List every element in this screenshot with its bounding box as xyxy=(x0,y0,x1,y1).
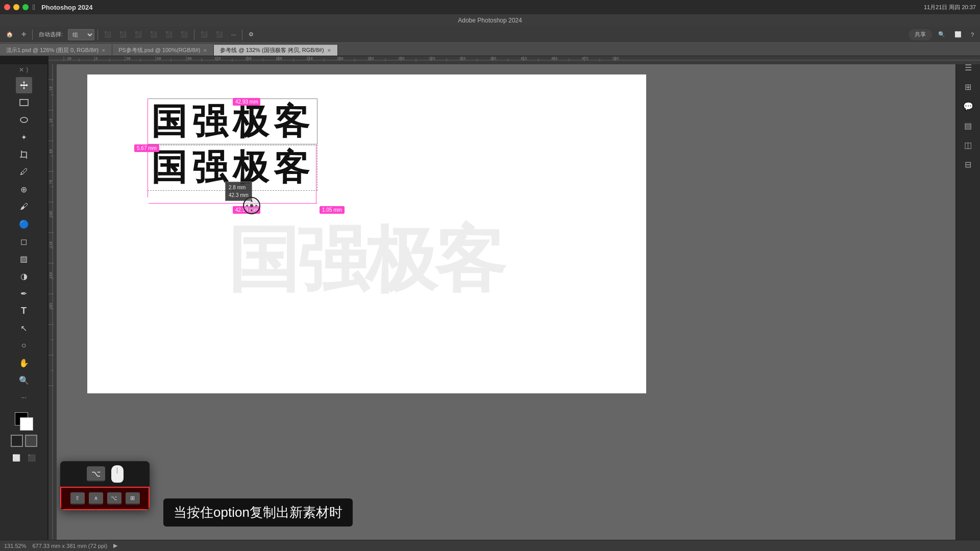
svg-text:120: 120 xyxy=(214,57,221,61)
char-2-2: 强 xyxy=(189,146,230,189)
tool-select-rect[interactable] xyxy=(16,94,32,111)
ps-options-bar: 🏠 ✛ 自动选择: 组 图层 ⬛ ⬛ ⬛ ⬛ ⬛ ⬛ ⬛ ⬛ ··· ⚙ 共享 … xyxy=(0,27,980,43)
quick-mask-btn[interactable] xyxy=(25,435,37,447)
panel-collapse-btn[interactable]: ✕ xyxy=(19,66,24,73)
svg-text:475: 475 xyxy=(582,57,589,61)
macos-menu: Photoshop 2024 xyxy=(41,4,182,11)
svg-text:180: 180 xyxy=(276,57,282,61)
svg-text:160: 160 xyxy=(49,272,53,279)
minimize-button[interactable] xyxy=(13,4,19,10)
tool-text[interactable]: T xyxy=(16,303,32,319)
tab-2[interactable]: PS参考线.psd @ 100%(RGB/8#) ✕ xyxy=(112,44,214,56)
panel-expand-btn[interactable]: ⟩ xyxy=(26,66,29,73)
settings-opt[interactable]: ⚙ xyxy=(246,29,257,40)
svg-text:70: 70 xyxy=(49,180,53,184)
char-1-3: 极 xyxy=(230,100,271,143)
auto-select-dropdown[interactable]: 组 图层 xyxy=(68,29,94,40)
home-button[interactable]: 🏠 xyxy=(3,29,16,40)
tab-2-close[interactable]: ✕ xyxy=(203,48,207,53)
background-color[interactable] xyxy=(20,417,33,431)
status-arrow[interactable]: ▶ xyxy=(113,542,117,549)
tool-lasso[interactable] xyxy=(16,112,32,128)
align-top[interactable]: ⬛ xyxy=(147,29,160,40)
tab-1[interactable]: 流示1.psd @ 126% (图层 0, RGB/8#) ✕ xyxy=(0,44,112,56)
canvas-document: 国强极客 国 强 极 客 国 强 极 客 42.93 mm 5.67 mm 42… xyxy=(87,74,646,393)
subtitle-box: 当按住option复制出新素材时 xyxy=(163,498,353,527)
adjustments-btn[interactable]: ◫ xyxy=(959,136,977,154)
kbd-popup-bottom: ⇧ ∧ ⌥ ⊞ xyxy=(60,487,150,510)
grid-icon[interactable]: ⊞ xyxy=(959,78,977,96)
svg-text:0: 0 xyxy=(95,57,97,61)
subtitle-text: 当按住option复制出新素材时 xyxy=(174,505,342,520)
tool-eyedropper[interactable]: 🖊 xyxy=(16,164,32,180)
panel-collapse-controls: ✕ ⟩ xyxy=(19,66,29,73)
align-bottom[interactable]: ⬛ xyxy=(178,29,191,40)
tool-dodge[interactable]: ◑ xyxy=(16,268,32,284)
tool-pen[interactable]: ✒ xyxy=(16,285,32,302)
screen-mode-btns: ⬜ ⬛ xyxy=(9,450,39,465)
close-button[interactable] xyxy=(4,4,10,10)
tool-more[interactable]: ··· xyxy=(16,389,32,406)
traffic-lights[interactable] xyxy=(4,4,29,10)
search-btn[interactable]: 🔍 xyxy=(935,29,948,40)
properties-btn[interactable]: ⊟ xyxy=(959,155,977,173)
tool-move[interactable] xyxy=(16,77,32,93)
measure-line-v-right xyxy=(316,145,316,203)
divider3 xyxy=(194,30,194,40)
more-options[interactable]: ··· xyxy=(228,29,239,40)
tool-gradient[interactable]: ▨ xyxy=(16,251,32,267)
share-button[interactable]: 共享 xyxy=(909,29,932,40)
screen-mode-2[interactable]: ⬛ xyxy=(24,450,39,465)
char-2-3: 极 xyxy=(230,146,271,189)
help-btn[interactable]: ? xyxy=(968,29,977,40)
svg-text:130: 130 xyxy=(49,241,53,248)
fullscreen-button[interactable] xyxy=(22,4,29,10)
screen-mode-1[interactable]: ⬜ xyxy=(9,450,23,465)
app-name-menu[interactable]: Photoshop 2024 xyxy=(41,4,92,11)
distribute-v[interactable]: ⬛ xyxy=(213,29,226,40)
measure-top: 42.93 mm xyxy=(233,98,260,106)
workspace-btn[interactable]: ⬜ xyxy=(951,29,965,40)
watermark-text: 国强极客 xyxy=(228,212,503,309)
svg-text:240: 240 xyxy=(337,57,344,61)
std-mode-btn[interactable] xyxy=(11,435,23,447)
align-left[interactable]: ⬛ xyxy=(101,29,114,40)
apple-icon[interactable]:  xyxy=(33,3,35,11)
tool-shape[interactable]: ○ xyxy=(16,337,32,354)
ruler-horizontal: -30 0 30 60 90 120 150 180 210 240 265 2… xyxy=(48,56,980,64)
comments-icon[interactable]: 💬 xyxy=(959,97,977,115)
svg-text:185: 185 xyxy=(49,303,53,309)
tool-stamp[interactable]: 🔵 xyxy=(16,216,32,232)
svg-text:445: 445 xyxy=(551,57,558,61)
datetime-display: 11月21日 周四 20:37 xyxy=(924,4,976,11)
tool-magic-wand[interactable]: ✦ xyxy=(16,129,32,145)
svg-text:-30: -30 xyxy=(65,57,71,61)
distribute-h[interactable]: ⬛ xyxy=(198,29,211,40)
svg-text:90: 90 xyxy=(187,57,191,61)
mouse-icon xyxy=(111,465,124,483)
layers-panel-btn[interactable]: ▤ xyxy=(959,116,977,135)
char-1-4: 客 xyxy=(271,100,312,143)
svg-text:505: 505 xyxy=(612,57,619,61)
tool-path-select[interactable]: ↖ xyxy=(16,320,32,336)
svg-text:385: 385 xyxy=(490,57,497,61)
tab-3[interactable]: 参考线 @ 132% (国强极客 拷贝, RGB/8#) ✕ xyxy=(214,44,337,56)
align-center-h[interactable]: ⬛ xyxy=(116,29,130,40)
tab-3-close[interactable]: ✕ xyxy=(327,48,331,53)
svg-text:355: 355 xyxy=(459,57,466,61)
tool-eraser[interactable]: ◻ xyxy=(16,233,32,249)
canvas-area: 国强极客 国 强 极 客 国 强 极 客 42.93 mm 5.67 mm 42… xyxy=(57,64,955,540)
tool-zoom[interactable]: 🔍 xyxy=(16,372,32,388)
macos-status-area: 11月21日 周四 20:37 xyxy=(924,4,976,11)
divider4 xyxy=(242,30,242,40)
align-right[interactable]: ⬛ xyxy=(132,29,145,40)
align-center-v[interactable]: ⬛ xyxy=(162,29,176,40)
tool-heal[interactable]: ⊕ xyxy=(16,181,32,197)
tool-brush[interactable]: 🖌 xyxy=(16,198,32,215)
key-alt: ⌥ xyxy=(107,492,121,505)
tool-hand[interactable]: ✋ xyxy=(16,355,32,371)
tab-1-close[interactable]: ✕ xyxy=(102,48,106,53)
tool-crop[interactable] xyxy=(16,146,32,163)
move-tool-opt[interactable]: ✛ xyxy=(18,29,29,40)
measure-right: 1.05 mm xyxy=(320,206,345,214)
